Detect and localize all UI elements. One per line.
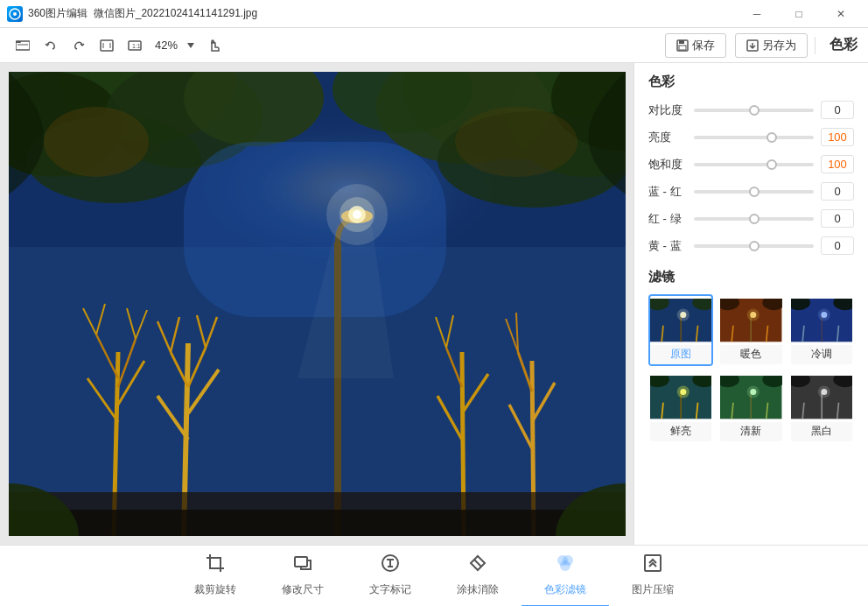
slider-thumb-0[interactable] — [749, 105, 760, 116]
svg-line-130 — [474, 560, 481, 567]
slider-track-0[interactable] — [694, 109, 814, 112]
slider-value-4: 0 — [821, 209, 854, 228]
app-icon — [7, 6, 23, 22]
close-button[interactable]: ✕ — [821, 0, 861, 28]
slider-value-1: 100 — [821, 128, 854, 146]
slider-track-4[interactable] — [694, 217, 814, 221]
undo-button[interactable] — [38, 33, 63, 58]
tool-crop[interactable]: 裁剪旋转 — [172, 546, 259, 607]
zoom-control: 42% — [150, 33, 198, 58]
slider-row-4: 红 - 绿0 — [648, 209, 854, 228]
filter-item-暖色[interactable]: 暖色 — [718, 294, 783, 366]
slider-track-2[interactable] — [694, 163, 814, 166]
tool-color-filter[interactable]: 色彩滤镜 — [522, 546, 609, 607]
tool-erase-label: 涂抹消除 — [457, 582, 499, 597]
filter-thumb-清新 — [720, 373, 781, 422]
filter-item-清新[interactable]: 清新 — [718, 371, 783, 443]
color-filter-icon — [555, 553, 576, 579]
slider-label-4: 红 - 绿 — [648, 211, 687, 227]
tool-crop-label: 裁剪旋转 — [194, 582, 236, 597]
text-icon — [380, 553, 401, 579]
filter-name-原图: 原图 — [650, 345, 711, 364]
app-title: 360图片编辑 微信图片_20221024141141291.jpg — [28, 6, 737, 21]
svg-rect-67 — [9, 510, 626, 536]
canvas-area — [0, 63, 634, 545]
tool-resize[interactable]: 修改尺寸 — [259, 546, 346, 607]
save-button[interactable]: 保存 — [665, 33, 726, 58]
window-controls: ─ □ ✕ — [737, 0, 861, 28]
compress-icon — [642, 553, 663, 579]
fit-button[interactable] — [94, 33, 119, 58]
svg-point-28 — [455, 107, 578, 177]
slider-thumb-3[interactable] — [749, 187, 760, 197]
filter-name-黑白: 黑白 — [791, 422, 852, 441]
slider-track-1[interactable] — [694, 136, 814, 139]
svg-rect-8 — [679, 40, 684, 44]
tool-compress-label: 图片压缩 — [632, 582, 674, 597]
open-button[interactable] — [10, 33, 35, 58]
slider-label-3: 蓝 - 红 — [648, 184, 687, 200]
slider-label-5: 黄 - 蓝 — [648, 238, 687, 254]
toolbar: 1:1 42% 保存 另存为 色彩 — [0, 28, 868, 63]
color-panel-title-header: 色彩 — [830, 36, 858, 54]
slider-label-1: 亮度 — [648, 130, 687, 145]
slider-row-2: 饱和度100 — [648, 155, 854, 173]
maximize-button[interactable]: □ — [779, 0, 819, 28]
slider-track-5[interactable] — [694, 244, 814, 248]
svg-rect-124 — [295, 557, 307, 567]
filters-grid: 原图暖色冷调鲜亮清新黑白 — [648, 294, 854, 443]
zoom-dropdown-button[interactable] — [184, 33, 198, 58]
minimize-button[interactable]: ─ — [737, 0, 777, 28]
filter-item-鲜亮[interactable]: 鲜亮 — [648, 371, 713, 443]
tool-text[interactable]: 文字标记 — [346, 546, 434, 607]
svg-rect-9 — [679, 46, 686, 50]
svg-point-76 — [677, 309, 690, 321]
hand-tool-button[interactable] — [201, 33, 226, 58]
filter-item-原图[interactable]: 原图 — [648, 294, 713, 366]
slider-thumb-2[interactable] — [766, 159, 777, 170]
redo-button[interactable] — [66, 33, 91, 58]
slider-thumb-1[interactable] — [766, 132, 777, 143]
slider-value-5: 0 — [821, 236, 854, 255]
filters-title: 滤镜 — [648, 269, 854, 285]
filter-item-黑白[interactable]: 黑白 — [789, 371, 854, 443]
slider-row-5: 黄 - 蓝0 — [648, 236, 854, 255]
resize-icon — [292, 553, 313, 579]
svg-rect-4 — [101, 40, 113, 51]
svg-point-94 — [817, 309, 830, 321]
tool-compress[interactable]: 图片压缩 — [609, 546, 696, 607]
slider-label-0: 对比度 — [648, 102, 687, 118]
tool-text-label: 文字标记 — [369, 582, 411, 597]
filter-name-鲜亮: 鲜亮 — [650, 422, 711, 441]
crop-icon — [205, 553, 226, 579]
svg-point-112 — [747, 386, 760, 398]
slider-thumb-4[interactable] — [749, 214, 760, 224]
filter-name-冷调: 冷调 — [791, 345, 852, 364]
sliders-container: 对比度0亮度100饱和度100蓝 - 红0红 - 绿0黄 - 蓝0 — [648, 101, 854, 255]
svg-point-103 — [677, 386, 690, 398]
slider-value-2: 100 — [821, 155, 854, 173]
tool-color-filter-label: 色彩滤镜 — [544, 582, 586, 597]
slider-row-3: 蓝 - 红0 — [648, 182, 854, 201]
slider-thumb-5[interactable] — [749, 241, 760, 251]
ratio-button[interactable]: 1:1 — [122, 33, 147, 58]
save-label: 保存 — [692, 38, 715, 53]
svg-point-35 — [353, 210, 361, 219]
svg-point-121 — [817, 386, 830, 398]
filter-thumb-鲜亮 — [650, 373, 711, 422]
save-as-button[interactable]: 另存为 — [735, 33, 808, 58]
svg-rect-29 — [184, 142, 446, 317]
main-layout: 色彩 对比度0亮度100饱和度100蓝 - 红0红 - 绿0黄 - 蓝0 滤镜 … — [0, 63, 868, 545]
svg-point-85 — [747, 309, 760, 321]
filter-item-冷调[interactable]: 冷调 — [789, 294, 854, 366]
filter-thumb-暖色 — [720, 296, 781, 345]
slider-track-3[interactable] — [694, 190, 814, 194]
right-panel: 色彩 对比度0亮度100饱和度100蓝 - 红0红 - 绿0黄 - 蓝0 滤镜 … — [634, 63, 868, 545]
tool-erase[interactable]: 涂抹消除 — [434, 546, 522, 607]
filter-name-清新: 清新 — [720, 422, 781, 441]
slider-value-0: 0 — [821, 101, 854, 119]
slider-label-2: 饱和度 — [648, 157, 687, 173]
svg-text:1:1: 1:1 — [132, 43, 141, 49]
canvas-image — [9, 72, 626, 536]
filter-thumb-原图 — [650, 296, 711, 345]
